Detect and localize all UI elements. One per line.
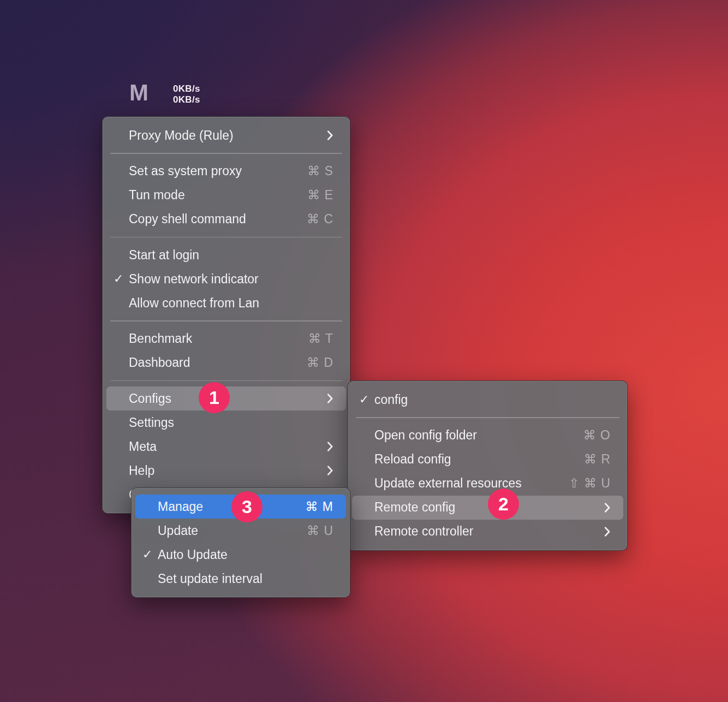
menu-item-auto-update[interactable]: ✓ Auto Update	[135, 543, 346, 567]
menu-item-label: Allow connect from Lan	[129, 296, 333, 311]
menu-item-settings[interactable]: Settings	[106, 411, 346, 435]
chevron-right-icon	[326, 441, 333, 453]
chevron-right-icon	[326, 465, 333, 477]
menu-item-label: Copy shell command	[129, 212, 307, 227]
menu-item-start-at-login[interactable]: Start at login	[106, 243, 346, 267]
menu-item-label: Set update interval	[158, 572, 333, 586]
shortcut-hint: ⌘ D	[307, 355, 333, 370]
menu-item-allow-connect-from-lan[interactable]: Allow connect from Lan	[106, 291, 346, 315]
menu-item-label: Dashboard	[129, 355, 307, 370]
menu-separator	[110, 237, 342, 238]
menubar-status-item[interactable]: M 0KB/s 0KB/s	[129, 82, 200, 105]
menu-item-set-system-proxy[interactable]: Set as system proxy ⌘ S	[106, 159, 346, 183]
shortcut-hint: ⌘ E	[307, 188, 333, 203]
menu-item-dashboard[interactable]: Dashboard ⌘ D	[106, 351, 346, 375]
shortcut-hint: ⌘ S	[307, 164, 333, 179]
chevron-right-icon	[604, 502, 611, 514]
menu-item-meta[interactable]: Meta	[106, 435, 346, 459]
menu-item-label: Update external resources	[374, 476, 569, 491]
menu-item-help[interactable]: Help	[106, 459, 346, 483]
menu-item-copy-shell-command[interactable]: Copy shell command ⌘ C	[106, 207, 346, 231]
menu-item-label: Open config folder	[374, 428, 583, 443]
menu-item-label: Proxy Mode (Rule)	[129, 128, 319, 143]
configs-submenu: ✓ config Open config folder ⌘ O Reload c…	[348, 380, 628, 551]
shortcut-hint: ⌘ M	[305, 499, 333, 514]
menu-item-set-update-interval[interactable]: Set update interval	[135, 567, 346, 591]
shortcut-hint: ⌘ R	[584, 452, 611, 467]
menu-separator	[356, 417, 619, 418]
chevron-right-icon	[326, 392, 333, 404]
menu-item-label: Update	[158, 523, 307, 538]
menu-item-label: Auto Update	[158, 548, 333, 562]
shortcut-hint: ⌘ O	[583, 428, 611, 443]
shortcut-hint: ⇧ ⌘ U	[569, 476, 611, 491]
menu-item-label: Remote config	[374, 500, 596, 515]
menu-item-label: Meta	[129, 439, 319, 454]
shortcut-hint: ⌘ U	[307, 523, 333, 538]
menu-item-tun-mode[interactable]: Tun mode ⌘ E	[106, 183, 346, 207]
checkmark-icon: ✓	[352, 392, 374, 407]
chevron-right-icon	[326, 129, 333, 141]
menu-item-update-external-resources[interactable]: Update external resources ⇧ ⌘ U	[352, 472, 623, 496]
menu-item-remote-controller[interactable]: Remote controller	[352, 520, 623, 544]
menu-separator	[110, 380, 342, 382]
app-m-icon[interactable]: M	[129, 82, 148, 104]
menu-item-reload-config[interactable]: Reload config ⌘ R	[352, 448, 623, 472]
menu-item-config[interactable]: ✓ config	[352, 388, 623, 412]
download-speed: 0KB/s	[173, 94, 200, 105]
menu-item-label: Benchmark	[129, 331, 308, 346]
menu-separator	[110, 320, 342, 322]
shortcut-hint: ⌘ T	[308, 331, 333, 346]
checkmark-icon: ✓	[135, 548, 158, 562]
menu-item-show-network-indicator[interactable]: ✓ Show network indicator	[106, 267, 346, 291]
menu-item-label: Set as system proxy	[129, 164, 307, 179]
menu-item-label: Start at login	[129, 248, 333, 263]
menu-item-label: config	[374, 392, 611, 407]
menu-item-label: Help	[129, 463, 319, 478]
shortcut-hint: ⌘ C	[307, 212, 333, 227]
step-badge-2: 2	[488, 489, 519, 520]
menu-item-open-config-folder[interactable]: Open config folder ⌘ O	[352, 424, 623, 448]
step-badge-3: 3	[231, 491, 262, 522]
menu-item-benchmark[interactable]: Benchmark ⌘ T	[106, 327, 346, 351]
menu-item-label: Remote controller	[374, 524, 596, 539]
upload-speed: 0KB/s	[173, 84, 200, 94]
main-menu: Proxy Mode (Rule) Set as system proxy ⌘ …	[102, 116, 350, 514]
menu-separator	[110, 153, 342, 154]
network-speed-indicator: 0KB/s 0KB/s	[173, 84, 200, 105]
menu-item-label: Settings	[129, 415, 333, 430]
menu-item-remote-config[interactable]: Remote config	[352, 496, 623, 520]
menu-item-label: Tun mode	[129, 188, 307, 203]
menu-item-update[interactable]: Update ⌘ U	[135, 519, 346, 543]
chevron-right-icon	[604, 526, 611, 538]
menu-item-label: Show network indicator	[129, 272, 333, 287]
step-badge-1: 1	[199, 382, 230, 413]
checkmark-icon: ✓	[106, 272, 129, 286]
menu-item-label: Reload config	[374, 452, 584, 467]
menu-item-proxy-mode[interactable]: Proxy Mode (Rule)	[106, 123, 346, 147]
